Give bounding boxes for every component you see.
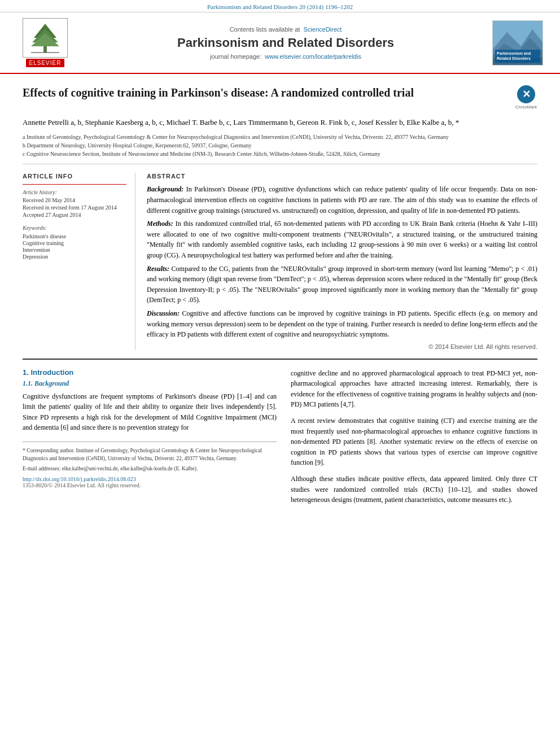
footnote-email: E-mail addresses: elke.kalbe@uni-vechtá.… — [23, 465, 277, 473]
thumb-title: Parkinsonism and Related Disorders — [495, 50, 540, 62]
abstract-methods: Methods: In this randomized controlled t… — [147, 219, 537, 260]
results-text: Compared to the CG, patients from the "N… — [147, 265, 537, 304]
sciencedirect-link[interactable]: ScienceDirect — [304, 26, 342, 33]
keywords-section: Keywords: Parkinson's disease Cognitive … — [23, 225, 126, 260]
footnotes-section: * Corresponding author. Institute of Ger… — [23, 442, 277, 488]
methods-label: Methods: — [147, 220, 173, 228]
elsevier-wordmark: ELSEVIER — [26, 59, 65, 67]
info-abstract-section: ARTICLE INFO Article history: Received 2… — [23, 173, 537, 350]
doi-line[interactable]: http://dx.doi.org/10.1016/j.parkreldis.2… — [23, 476, 277, 482]
body-left-column: 1. Introduction 1.1. Background Cognitiv… — [23, 368, 277, 505]
journal-title: Parkinsonism and Related Disorders — [90, 36, 481, 50]
main-content: Effects of cognitive training in Parkins… — [0, 74, 560, 517]
methods-text: In this randomized controlled trial, 65 … — [147, 220, 537, 259]
body-right-column: cognitive decline and no approved pharma… — [291, 368, 537, 505]
keyword-4: Depression — [23, 254, 126, 260]
article-info-panel: ARTICLE INFO Article history: Received 2… — [23, 173, 135, 350]
section-divider — [23, 359, 537, 360]
elsevier-logo: ELSEVIER — [11, 18, 79, 67]
keyword-1: Parkinson's disease — [23, 233, 126, 239]
article-info-title: ARTICLE INFO — [23, 173, 126, 180]
affiliation-a: a Institute of Gerontology, Psychologica… — [23, 133, 537, 141]
doi-link[interactable]: http://dx.doi.org/10.1016/j.parkreldis.2… — [23, 476, 136, 482]
abstract-text: Background: In Parkinson's Disease (PD),… — [147, 184, 537, 339]
homepage-line: journal homepage: www.elsevier.com/locat… — [90, 53, 481, 60]
issn-line: 1353-8020/© 2014 Elsevier Ltd. All right… — [23, 482, 277, 488]
journal-citation-banner: Parkinsonism and Related Disorders 20 (2… — [0, 0, 560, 12]
journal-thumbnail-area: Parkinsonism and Related Disorders — [492, 20, 549, 65]
crossmark-label: CrossMark — [515, 104, 537, 110]
info-divider — [23, 184, 126, 185]
homepage-link[interactable]: www.elsevier.com/locate/parkreldis — [265, 53, 361, 60]
crossmark-badge[interactable]: ✕ CrossMark — [515, 85, 537, 110]
affiliations: a Institute of Gerontology, Psychologica… — [23, 133, 537, 164]
results-label: Results: — [147, 265, 169, 273]
keyword-3: Intervention — [23, 247, 126, 253]
received-date: Received 20 May 2014 — [23, 197, 126, 203]
body-paragraph-1: Cognitive dysfunctions are frequent symp… — [23, 391, 277, 433]
authors-line: Annette Petrelli a, b, Stephanie Kaesber… — [23, 117, 537, 129]
discussion-label: Discussion: — [147, 309, 180, 317]
copyright-line: © 2014 Elsevier Ltd. All rights reserved… — [147, 343, 537, 350]
affiliation-b: b Department of Neurology, University Ho… — [23, 141, 537, 150]
elsevier-tree-icon — [23, 18, 68, 58]
abstract-title: ABSTRACT — [147, 173, 537, 180]
body-right-paragraph-2: A recent review demonstrates that cognit… — [291, 416, 537, 468]
background-label: Background: — [147, 185, 183, 193]
abstract-discussion: Discussion: Cognitive and affective func… — [147, 308, 537, 340]
abstract-results: Results: Compared to the CG, patients fr… — [147, 264, 537, 305]
discussion-text: Cognitive and affective functions can be… — [147, 309, 537, 338]
citation-text: Parkinsonism and Related Disorders 20 (2… — [207, 3, 353, 10]
journal-header: ELSEVIER Contents lists available at Sci… — [0, 12, 560, 74]
abstract-background: Background: In Parkinson's Disease (PD),… — [147, 184, 537, 216]
body-right-paragraph-3: Although these studies indicate positive… — [291, 474, 537, 505]
body-right-paragraph-1: cognitive decline and no approved pharma… — [291, 368, 537, 410]
article-title-section: Effects of cognitive training in Parkins… — [23, 85, 537, 110]
affiliation-c: c Cognitive Neuroscience Section, Instit… — [23, 150, 537, 158]
background-text: In Parkinson's Disease (PD), cognitive d… — [147, 185, 537, 214]
accepted-date: Accepted 27 August 2014 — [23, 212, 126, 218]
section-1-heading: 1. Introduction — [23, 368, 277, 377]
elsevier-logo-area: ELSEVIER — [11, 18, 79, 67]
body-content: 1. Introduction 1.1. Background Cognitiv… — [23, 368, 537, 505]
sciencedirect-line: Contents lists available at ScienceDirec… — [90, 26, 481, 33]
footnote-corresponding: * Corresponding author. Institute of Ger… — [23, 447, 277, 463]
revised-date: Received in revised form 17 August 2014 — [23, 204, 126, 211]
article-title: Effects of cognitive training in Parkins… — [23, 85, 509, 101]
journal-center-info: Contents lists available at ScienceDirec… — [79, 26, 492, 60]
subsection-1-1-heading: 1.1. Background — [23, 379, 277, 388]
keywords-label: Keywords: — [23, 225, 126, 231]
abstract-panel: ABSTRACT Background: In Parkinson's Dise… — [147, 173, 537, 350]
keyword-2: Cognitive training — [23, 240, 126, 246]
journal-thumbnail: Parkinsonism and Related Disorders — [492, 20, 543, 65]
history-label: Article history: — [23, 189, 126, 195]
crossmark-icon: ✕ — [517, 85, 535, 103]
